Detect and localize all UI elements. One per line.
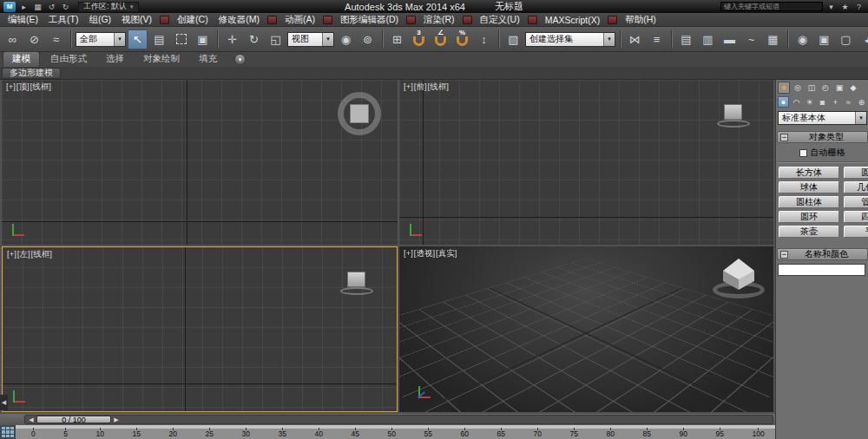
primitive-button-plane[interactable]: 平面 [844,226,868,238]
primitive-button-box[interactable]: 长方体 [779,167,839,179]
material-editor-button[interactable]: ◉ [792,29,812,49]
schematic-view-button[interactable]: ▦ [763,29,783,49]
name-color-rollout-header[interactable]: − 名称和颜色 [777,248,868,260]
tab-utilities[interactable]: ◆ [847,82,859,94]
menu-create[interactable]: 创建(C) [172,13,214,26]
viewport-shading-menu[interactable]: [真实] [436,248,457,259]
primitive-button-tube[interactable]: 管状体 [844,196,868,208]
viewcube-face[interactable] [347,272,365,287]
primitive-button-geosphere[interactable]: 几何球体 [844,181,868,193]
primitive-button-torus[interactable]: 圆环 [779,211,839,223]
viewport-shading-menu[interactable]: [线框] [31,249,52,260]
time-slider-handle[interactable]: 0 / 100 [36,416,111,423]
frame-ruler[interactable]: 0 5 10 15 20 25 30 35 40 45 50 55 60 65 … [16,425,775,439]
workspace-selector[interactable]: 工作区: 默认 ▾ [78,2,139,12]
polygon-modeling-panel-button[interactable]: 多边形建模 [2,68,61,79]
unlink-selection-button[interactable]: ⊘ [24,29,44,49]
select-and-move-button[interactable]: ✛ [222,29,242,49]
category-systems[interactable]: ⊛ [856,96,867,108]
viewport-shading-menu[interactable]: [线框] [30,82,51,93]
ribbon-minimize-toggle[interactable]: ▾ [234,54,246,65]
application-menu-icon[interactable]: M [3,2,16,12]
viewport-top[interactable]: [+] [顶] [线框] [2,80,398,245]
percent-snap-button[interactable]: % [452,29,472,49]
ribbon-tab-populate[interactable]: 填充 [190,52,226,67]
infocenter-search-input[interactable] [720,2,823,11]
redo-icon[interactable]: ↻ [60,3,71,11]
viewport-pov-menu[interactable]: [透视] [414,248,435,259]
save-file-icon[interactable]: ▦ [32,3,43,11]
tab-display[interactable]: ▣ [833,82,845,94]
snap-toggle-button[interactable]: 3 [409,29,429,49]
viewport-perspective[interactable]: [+] [透视] [真实] [399,246,773,412]
primitive-button-pyramid[interactable]: 四棱锥 [844,211,868,223]
select-object-button[interactable]: ↖ [128,29,148,49]
ribbon-tab-modeling[interactable]: 建模 [3,51,40,67]
menu-edit[interactable]: 编辑(E) [3,13,43,26]
layer-manager-button[interactable]: ▤ [676,29,696,49]
viewport-general-menu[interactable]: [+] [404,82,413,93]
menu-animation[interactable]: 动画(A) [279,13,320,26]
tab-hierarchy[interactable]: ◫ [806,82,818,94]
curve-editor-button[interactable]: ~ [741,29,761,49]
viewport-pov-menu[interactable]: [顶] [16,82,30,93]
time-slider-track[interactable]: ◀ 0 / 100 ▶ [24,415,773,424]
favorites-star-icon[interactable]: ★ [839,3,851,11]
category-helpers[interactable]: + [830,96,841,108]
render-setup-button[interactable]: ▣ [814,29,834,49]
use-pivot-center-button[interactable]: ◉ [336,29,356,49]
viewport-pov-menu[interactable]: [左] [17,249,30,260]
object-name-field[interactable] [778,264,865,276]
open-file-icon[interactable]: ▸ [18,3,30,11]
select-and-manipulate-button[interactable]: ⊚ [358,29,378,49]
menu-tools[interactable]: 工具(T) [43,13,83,26]
menu-views[interactable]: 视图(V) [116,13,157,26]
category-cameras[interactable]: ◙ [817,96,828,108]
viewport-front[interactable]: [+] [前] [线框] [399,80,773,245]
scene-explorer-button[interactable]: ▥ [698,29,718,49]
menu-help[interactable]: 帮助(H) [620,13,661,26]
viewport-general-menu[interactable]: [+] [404,248,413,259]
graphite-ribbon-toggle-button[interactable]: ▬ [720,29,740,49]
tab-create[interactable]: ★ [778,82,790,94]
primitive-button-cylinder[interactable]: 圆柱体 [779,196,839,208]
viewport-pov-menu[interactable]: [前] [414,82,427,93]
ribbon-tab-selection[interactable]: 选择 [97,52,133,67]
bind-to-spacewarp-button[interactable]: ≈ [46,29,66,49]
viewport-general-menu[interactable]: [+] [7,249,16,260]
viewport-shading-menu[interactable]: [线框] [428,82,449,93]
viewport-left-active[interactable]: [+] [左] [线框] [2,246,398,412]
reference-coordinate-dropdown[interactable]: 视图 ▾ [287,32,334,47]
edit-named-sets-button[interactable]: ▧ [503,29,523,49]
menu-maxscript[interactable]: MAXScript(X) [540,13,606,26]
viewcube-face[interactable] [724,104,742,120]
menu-graph-editors[interactable]: 图形编辑器(D) [335,13,404,26]
viewport-general-menu[interactable]: [+] [6,82,16,93]
viewcube[interactable] [716,102,751,132]
tab-modify[interactable]: ◎ [792,82,804,94]
undo-icon[interactable]: ↺ [46,3,57,11]
selection-region-button[interactable] [171,29,191,49]
category-spacewarps[interactable]: ≈ [843,96,854,108]
window-crossing-button[interactable]: ▣ [193,29,213,49]
menu-group[interactable]: 组(G) [83,13,116,26]
primitive-button-sphere[interactable]: 球体 [779,181,839,193]
ribbon-tab-freeform[interactable]: 自由形式 [42,52,95,67]
viewcube[interactable] [716,259,761,304]
rendered-frame-window-button[interactable]: ▢ [836,29,856,49]
menu-rendering[interactable]: 渲染(R) [418,13,460,26]
next-frame-button[interactable]: ▶ [111,416,122,423]
primitive-button-teapot[interactable]: 茶壶 [779,226,839,238]
spinner-snap-button[interactable]: ↕ [474,29,494,49]
selection-filter-dropdown[interactable]: 全部 ▾ [76,32,126,47]
menu-modifiers[interactable]: 修改器(M) [214,13,265,26]
primitive-button-cone[interactable]: 圆锥体 [844,167,868,179]
category-lights[interactable]: ☀ [804,96,815,108]
primitive-category-dropdown[interactable]: 标准基本体 ▾ [778,111,867,125]
tab-motion[interactable]: ◴ [819,82,832,94]
help-icon[interactable]: ? [853,3,865,11]
keyboard-shortcut-override-button[interactable]: ⊞ [387,29,407,49]
category-geometry[interactable]: ● [778,96,789,108]
select-by-name-button[interactable]: ▤ [149,29,169,49]
select-and-link-button[interactable]: ∞ [3,29,23,49]
